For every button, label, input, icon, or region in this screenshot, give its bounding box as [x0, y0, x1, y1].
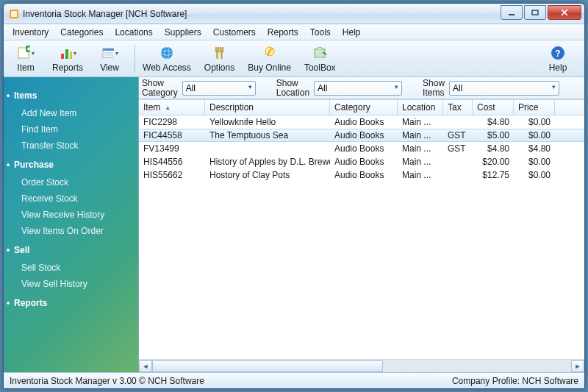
table-row[interactable]: FV13499Audio BooksMain ...GST$4.80$4.80	[139, 142, 584, 155]
table-row[interactable]: HIS55662Hostory of Clay PotsAudio BooksM…	[139, 168, 584, 182]
filter-items-combo[interactable]: All	[449, 81, 559, 96]
scroll-track[interactable]	[152, 360, 571, 372]
sidebar-item-transfer-stock[interactable]: Transfer Stock	[4, 138, 138, 154]
menu-customers[interactable]: Customers	[207, 26, 262, 39]
cell-cat: Audio Books	[330, 156, 398, 168]
col-header-cost[interactable]: Cost	[473, 100, 514, 115]
col-header-desc[interactable]: Description	[205, 100, 330, 115]
col-header-loc[interactable]: Location	[398, 100, 443, 115]
sidebar-item-find-item[interactable]: Find Item	[4, 121, 138, 138]
svg-rect-11	[104, 52, 113, 54]
cell-price: $0.00	[514, 156, 555, 168]
close-button[interactable]	[548, 5, 581, 20]
table-row[interactable]: HIS44556History of Apples by D.L. Brewer…	[139, 155, 584, 168]
svg-rect-3	[532, 10, 538, 15]
cell-tax	[443, 174, 473, 176]
cell-loc: Main ...	[398, 129, 443, 141]
toolbar-toolbox-button[interactable]: ToolBox	[300, 43, 340, 75]
filter-items-label: Show Items	[423, 79, 446, 97]
cell-cost: $4.80	[473, 116, 514, 128]
col-header-item[interactable]: Item▲	[139, 100, 205, 115]
cart-icon	[261, 44, 279, 62]
window-buttons	[501, 8, 584, 20]
col-header-cat[interactable]: Category	[330, 100, 398, 115]
sort-asc-icon: ▲	[165, 104, 171, 111]
menu-tools[interactable]: Tools	[304, 26, 337, 39]
scroll-right-button[interactable]: ►	[571, 360, 584, 372]
cell-cat: Audio Books	[330, 169, 398, 181]
cell-cost: $12.75	[473, 169, 514, 181]
cell-item: FIC2298	[139, 116, 205, 128]
toolbar-reports-button[interactable]: Reports	[48, 43, 87, 75]
status-left: Inventoria Stock Manager v 3.00 © NCH So…	[10, 376, 204, 386]
menu-suppliers[interactable]: Suppliers	[159, 26, 207, 39]
minimize-button[interactable]	[501, 5, 523, 20]
app-icon	[8, 8, 20, 20]
filter-location-label: Show Location	[276, 79, 311, 97]
scroll-left-button[interactable]: ◄	[139, 360, 152, 372]
sidebar-header-reports[interactable]: Reports	[4, 292, 138, 313]
statusbar: Inventoria Stock Manager v 3.00 © NCH So…	[4, 372, 584, 388]
sidebar-header-purchase[interactable]: Purchase	[4, 154, 138, 174]
menu-reports[interactable]: Reports	[262, 26, 304, 39]
filter-category-combo[interactable]: All	[182, 81, 256, 96]
col-header-tax[interactable]: Tax	[443, 100, 473, 115]
toolbar-item-button[interactable]: Item	[8, 43, 43, 75]
sidebar-header-sell[interactable]: Sell	[4, 239, 138, 260]
scroll-thumb[interactable]	[152, 360, 383, 372]
cell-tax	[443, 121, 473, 123]
cell-desc: The Temptuous Sea	[205, 129, 330, 141]
toolbar-view-button[interactable]: View	[92, 43, 127, 75]
box-icon	[311, 44, 329, 62]
app-window: Inventoria Stock Manager [NCH Software] …	[3, 3, 585, 389]
cell-tax: GST	[443, 143, 473, 154]
cell-cat: Audio Books	[330, 129, 398, 141]
toolbar: ItemReportsViewWeb AccessOptionsBuy Onli…	[4, 40, 584, 77]
filter-location-combo[interactable]: All	[314, 81, 402, 96]
titlebar[interactable]: Inventoria Stock Manager [NCH Software]	[4, 4, 584, 24]
cell-desc: History of Apples by D.L. Brewer	[205, 156, 330, 168]
menu-locations[interactable]: Locations	[109, 26, 158, 39]
menu-inventory[interactable]: Inventory	[7, 26, 54, 39]
sidebar-item-view-items-on-order[interactable]: View Items On Order	[4, 223, 138, 239]
menu-categories[interactable]: Categories	[54, 26, 109, 39]
main-panel: Show Category All Show Location All Show…	[139, 77, 584, 372]
filters: Show Category All Show Location All Show…	[139, 77, 584, 99]
cell-item: FV13499	[139, 143, 205, 154]
svg-rect-8	[70, 51, 72, 59]
sidebar-item-view-sell-history[interactable]: View Sell History	[4, 276, 138, 292]
menubar: InventoryCategoriesLocationsSuppliersCus…	[4, 24, 584, 40]
sidebar-item-add-new-item[interactable]: Add New Item	[4, 105, 138, 121]
grid-headers: Item▲DescriptionCategoryLocationTaxCostP…	[139, 99, 584, 115]
toolbar-help-button[interactable]: ?Help	[540, 43, 576, 75]
sidebar-header-items[interactable]: Items	[4, 85, 138, 105]
cell-loc: Main ...	[398, 116, 443, 128]
table-row[interactable]: FIC2298Yellowknife HelloAudio BooksMain …	[139, 115, 584, 129]
menu-help[interactable]: Help	[337, 26, 367, 39]
cell-tax: GST	[443, 129, 473, 141]
cell-loc: Main ...	[398, 143, 443, 154]
body: ItemsAdd New ItemFind ItemTransfer Stock…	[4, 77, 584, 372]
sidebar-item-sell-stock[interactable]: Sell Stock	[4, 260, 138, 276]
horizontal-scrollbar[interactable]: ◄ ►	[139, 359, 584, 372]
toolbar-options-button[interactable]: Options	[200, 43, 239, 75]
cell-desc	[205, 148, 330, 149]
col-header-price[interactable]: Price	[514, 100, 555, 115]
toolbar-web-button[interactable]: Web Access	[138, 43, 196, 75]
cell-price: $0.00	[514, 129, 555, 141]
cell-loc: Main ...	[398, 156, 443, 168]
cell-desc: Yellowknife Hello	[205, 116, 330, 128]
sidebar: ItemsAdd New ItemFind ItemTransfer Stock…	[4, 77, 139, 372]
sidebar-item-view-receive-history[interactable]: View Receive History	[4, 207, 138, 223]
eye-icon	[101, 44, 118, 62]
cell-item: HIS55662	[139, 169, 205, 181]
globe-icon	[158, 44, 176, 62]
maximize-button[interactable]	[524, 5, 546, 20]
sidebar-item-order-stock[interactable]: Order Stock	[4, 174, 138, 190]
cell-cat: Audio Books	[330, 116, 398, 128]
toolbar-buy-button[interactable]: Buy Online	[243, 43, 295, 75]
sidebar-item-receive-stock[interactable]: Receive Stock	[4, 190, 138, 207]
wrench-icon	[211, 44, 229, 62]
help-icon: ?	[549, 44, 567, 62]
table-row[interactable]: FIC44558The Temptuous SeaAudio BooksMain…	[139, 129, 584, 142]
